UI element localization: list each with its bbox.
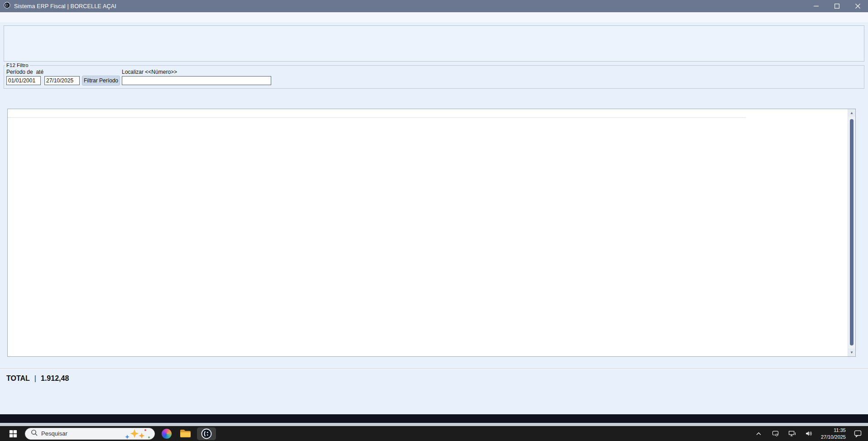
- close-icon[interactable]: [847, 0, 868, 12]
- filter-legend: F12 Filtro: [5, 62, 30, 68]
- title-bar: Sistema ERP Fiscal | BORCELLE AÇAI: [0, 0, 868, 12]
- tray-volume-icon[interactable]: [802, 427, 816, 440]
- date-to-input[interactable]: [44, 76, 80, 85]
- clock-date: 27/10/2025: [821, 434, 846, 440]
- search-placeholder: Pesquisar: [41, 430, 67, 437]
- toolbar: [4, 25, 864, 62]
- taskbar-clock[interactable]: 11:35 27/10/2025: [819, 427, 848, 440]
- menu-bar: [0, 12, 868, 23]
- orders-table: ▲ ▼: [7, 109, 856, 357]
- maximize-icon[interactable]: [826, 0, 847, 12]
- search-icon: [31, 429, 38, 438]
- total-value: 1.912,48: [41, 374, 69, 383]
- minimize-icon[interactable]: [806, 0, 826, 12]
- window-title: Sistema ERP Fiscal | BORCELLE AÇAI: [14, 3, 116, 10]
- copilot-icon[interactable]: [160, 427, 173, 440]
- start-button[interactable]: [6, 427, 20, 440]
- taskbar-tray: 11:35 27/10/2025: [752, 427, 868, 440]
- main-content: F12 Filtro Período de até Filtrar Períod…: [0, 23, 868, 414]
- clock-time: 11:35: [821, 427, 846, 433]
- tray-cast-icon[interactable]: [769, 427, 782, 440]
- filter-period-button[interactable]: Filtrar Período: [82, 76, 120, 86]
- app-logo-icon: [4, 2, 10, 10]
- total-bar: TOTAL | 1.912,48: [6, 371, 69, 386]
- table-header: [8, 109, 746, 118]
- tray-chevron-icon[interactable]: [752, 427, 766, 440]
- scroll-up-icon[interactable]: ▲: [848, 109, 855, 117]
- locate-input[interactable]: [122, 76, 271, 85]
- period-label: Período de até: [6, 69, 43, 75]
- copilot-sparkles-icon: [123, 427, 152, 440]
- taskbar: Pesquisar 11:35 27/10/2025: [0, 426, 868, 441]
- app-window: Sistema ERP Fiscal | BORCELLE AÇAI F12 F…: [0, 0, 868, 441]
- locate-label: Localizar <<Número>>: [122, 69, 177, 75]
- window-controls: [806, 0, 868, 12]
- total-separator: |: [34, 374, 36, 383]
- vertical-scrollbar[interactable]: ▲ ▼: [848, 109, 855, 356]
- erp-app-icon[interactable]: [197, 427, 216, 440]
- scroll-down-icon[interactable]: ▼: [848, 349, 855, 356]
- tray-network-icon[interactable]: [786, 427, 799, 440]
- scroll-thumb[interactable]: [850, 119, 854, 345]
- file-explorer-icon[interactable]: [178, 427, 192, 440]
- filter-panel: F12 Filtro Período de até Filtrar Períod…: [4, 62, 864, 89]
- total-label: TOTAL: [6, 374, 30, 383]
- taskbar-left: Pesquisar: [6, 427, 216, 440]
- divider: [0, 368, 868, 369]
- status-bar: [0, 414, 868, 423]
- notification-icon[interactable]: [851, 427, 864, 440]
- window-edge: [0, 423, 868, 426]
- date-from-input[interactable]: [6, 76, 41, 85]
- taskbar-search[interactable]: Pesquisar: [25, 428, 155, 440]
